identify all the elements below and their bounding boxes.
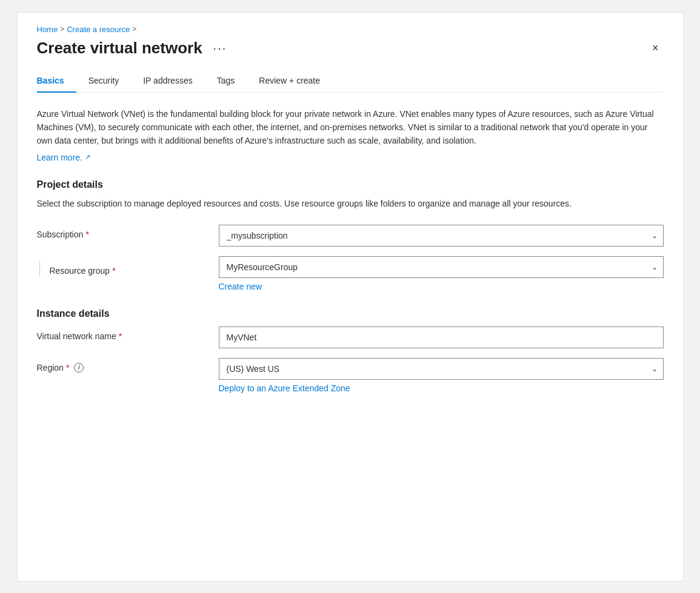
resource-group-required: * [112,266,115,276]
create-new-link[interactable]: Create new [219,282,664,291]
region-info-icon[interactable]: i [74,363,84,373]
resource-group-label: Resource group * [50,266,116,276]
vnet-name-row: Virtual network name * [37,326,664,348]
page-title: Create virtual network [37,39,202,58]
subscription-select[interactable]: _mysubscription [219,225,664,247]
vnet-name-required: * [119,331,122,341]
subscription-control-col: _mysubscription ⌄ [219,225,664,247]
resource-group-row: Resource group * MyResourceGroup ⌄ Creat… [37,256,664,291]
region-required: * [66,363,69,373]
create-vnet-panel: Home > Create a resource > Create virtua… [17,12,684,581]
region-label-col: Region * i [37,358,219,373]
close-button[interactable]: × [647,39,664,57]
region-control-col: (US) West US ⌄ Deploy to an Azure Extend… [219,358,664,393]
subscription-label: Subscription * [37,230,219,239]
vnet-description: Azure Virtual Network (VNet) is the fund… [37,107,655,148]
region-label: Region * i [37,363,219,373]
resource-group-indent: Resource group * [39,261,219,276]
region-row: Region * i (US) West US ⌄ Deploy to an A… [37,358,664,393]
tab-security[interactable]: Security [76,70,132,93]
resource-group-select[interactable]: MyResourceGroup [219,256,664,278]
tab-tags[interactable]: Tags [205,70,247,93]
subscription-label-col: Subscription * [37,225,219,239]
breadcrumb-sep2: > [132,25,136,33]
tabs-container: Basics Security IP addresses Tags Review… [37,70,664,93]
vnet-name-input[interactable] [219,326,664,348]
instance-details-section: Instance details Virtual network name * … [37,308,664,393]
tab-ip-addresses[interactable]: IP addresses [131,70,204,93]
project-details-desc: Select the subscription to manage deploy… [37,197,655,210]
vnet-name-control-col [219,326,664,348]
breadcrumb-sep1: > [60,25,64,33]
external-link-icon: ↗ [85,153,90,161]
breadcrumb-home[interactable]: Home [37,25,58,34]
region-select[interactable]: (US) West US [219,358,664,380]
vnet-name-label-col: Virtual network name * [37,326,219,341]
vnet-name-label: Virtual network name * [37,331,219,341]
learn-more-link[interactable]: Learn more. ↗ [37,153,90,162]
more-button[interactable]: ··· [210,40,231,56]
subscription-required: * [86,230,89,239]
project-details-title: Project details [37,179,664,190]
project-details-section: Project details Select the subscription … [37,179,664,291]
breadcrumb: Home > Create a resource > [37,25,664,34]
deploy-extended-zone-link[interactable]: Deploy to an Azure Extended Zone [219,383,664,393]
resource-group-select-wrapper: MyResourceGroup ⌄ [219,256,664,278]
resource-group-label-col: Resource group * [37,256,219,276]
tab-review-create[interactable]: Review + create [247,70,332,93]
subscription-row: Subscription * _mysubscription ⌄ [37,225,664,247]
header-row: Create virtual network ··· × [37,39,664,58]
header-left: Create virtual network ··· [37,39,231,58]
breadcrumb-create-resource[interactable]: Create a resource [67,25,130,34]
region-select-wrapper: (US) West US ⌄ [219,358,664,380]
tab-basics[interactable]: Basics [37,70,76,93]
resource-group-control-col: MyResourceGroup ⌄ Create new [219,256,664,291]
subscription-select-wrapper: _mysubscription ⌄ [219,225,664,247]
instance-details-title: Instance details [37,308,664,319]
